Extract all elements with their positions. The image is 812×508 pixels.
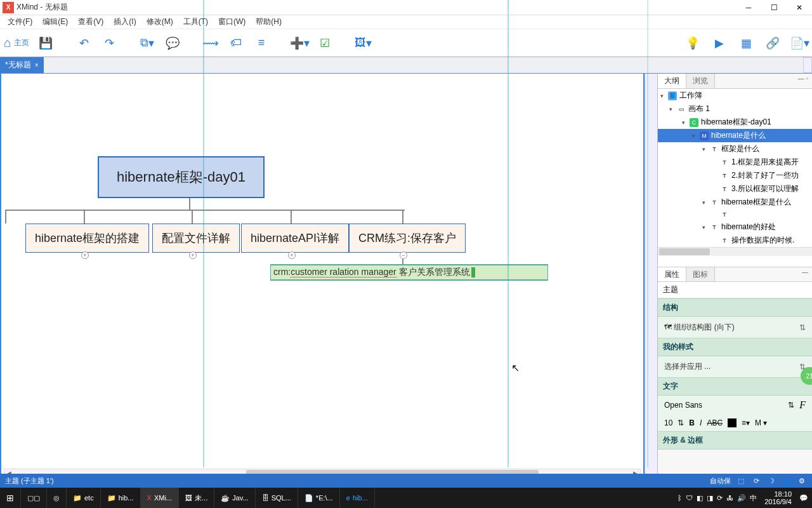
label-button[interactable]: 🏷 bbox=[227, 34, 245, 52]
outline-node-1[interactable]: ▾Mhibernate是什么 bbox=[658, 129, 812, 142]
tray-ime-icon[interactable]: 中 bbox=[750, 493, 757, 503]
font-family-select[interactable]: Open Sans bbox=[664, 401, 783, 410]
outline-workbook[interactable]: ▾📘工作簿 bbox=[658, 89, 812, 102]
outline-tree[interactable]: ▾📘工作簿 ▾▭画布 1 ▾Chibernate框架-day01 ▾Mhiber… bbox=[658, 89, 812, 267]
status-sync-icon[interactable]: ⟳ bbox=[751, 476, 761, 486]
expand-toggle-4[interactable]: − bbox=[400, 251, 407, 259]
expand-toggle-1[interactable]: + bbox=[81, 251, 89, 259]
presentation-button[interactable]: ▶ bbox=[710, 34, 728, 52]
save-button[interactable]: 💾 bbox=[37, 34, 55, 52]
tab-icons[interactable]: 图标 bbox=[686, 267, 715, 281]
tab-properties[interactable]: 属性 bbox=[658, 267, 686, 281]
gantt-button[interactable]: ▦ bbox=[737, 34, 755, 52]
status-cloud-icon[interactable]: ⬚ bbox=[736, 476, 746, 486]
maximize-button[interactable]: ☐ bbox=[761, 0, 787, 15]
summary-button[interactable]: ≡ bbox=[252, 34, 270, 52]
style-select[interactable]: 选择并应用 ... ⇅ bbox=[658, 356, 812, 377]
bold-button[interactable]: B bbox=[689, 418, 695, 427]
close-button[interactable]: ✕ bbox=[787, 0, 812, 15]
child-topic-3[interactable]: hibernateAPI详解 bbox=[241, 224, 349, 253]
expand-toggle-2[interactable]: + bbox=[189, 251, 197, 259]
tab-browse[interactable]: 浏览 bbox=[686, 74, 715, 88]
tray-vol-icon[interactable]: 🔊 bbox=[737, 494, 746, 502]
image-dropdown[interactable]: 🖼 ▾ bbox=[354, 34, 372, 52]
task-unknown[interactable]: 🖼 未... bbox=[179, 488, 214, 508]
canvas[interactable]: hibernate框架-day01 hibernate框架的搭建 + 配置文件详… bbox=[0, 74, 645, 488]
export-dropdown[interactable]: 📄 ▾ bbox=[790, 34, 808, 52]
outline-node-6b[interactable]: T bbox=[658, 209, 812, 220]
outline-node-2[interactable]: ▾T框架是什么 bbox=[658, 142, 812, 156]
menu-view[interactable]: 查看(V) bbox=[73, 15, 108, 29]
note-button[interactable]: 💬 bbox=[164, 34, 181, 52]
cortana-button[interactable]: ◎ bbox=[47, 488, 67, 508]
outline-node-6[interactable]: ▾Thibernate框架是什么 bbox=[658, 196, 812, 209]
menu-help[interactable]: 帮助(H) bbox=[251, 15, 287, 29]
child-topic-4[interactable]: CRM练习:保存客户 bbox=[349, 224, 466, 253]
outline-node-7[interactable]: ▾Thibernate的好处 bbox=[658, 220, 812, 234]
panel-toggle-icon[interactable] bbox=[803, 57, 812, 73]
expand-toggle-3[interactable]: + bbox=[288, 251, 296, 259]
tray-sync-icon[interactable]: ⟳ bbox=[717, 494, 723, 502]
editing-topic[interactable]: crm:customer ralation manager 客户关系管理系统 bbox=[270, 264, 548, 281]
task-java[interactable]: ☕ Jav... bbox=[214, 488, 255, 508]
font-size-select[interactable]: 10 bbox=[664, 418, 672, 427]
outline-central[interactable]: ▾Chibernate框架-day01 bbox=[658, 116, 812, 129]
structure-select[interactable]: 🗺 组织结构图 (向下) ⇅ bbox=[658, 317, 812, 338]
insert-button[interactable]: ➕▾ bbox=[291, 34, 308, 52]
strike-button[interactable]: ABC bbox=[707, 418, 723, 427]
outline-node-5[interactable]: T3.所以框架可以理解 bbox=[658, 182, 812, 196]
idea-button[interactable]: 💡 bbox=[684, 34, 702, 52]
case-button[interactable]: M ▾ bbox=[755, 418, 767, 427]
share-button[interactable]: 🔗 bbox=[764, 34, 782, 52]
taskbar-clock[interactable]: 18:10 2016/9/4 bbox=[761, 490, 796, 505]
italic-button[interactable]: I bbox=[700, 418, 702, 427]
tray-app-icon[interactable]: ◧ bbox=[697, 494, 703, 502]
tab-outline[interactable]: 大纲 bbox=[658, 74, 686, 88]
menu-window[interactable]: 窗口(W) bbox=[213, 15, 251, 29]
root-topic[interactable]: hibernate框架-day01 bbox=[98, 156, 265, 198]
task-hib1[interactable]: 📁 hib... bbox=[101, 488, 141, 508]
status-user-icon[interactable]: 👤 bbox=[782, 476, 792, 486]
sidebar-gutter[interactable] bbox=[645, 74, 657, 488]
outline-node-8[interactable]: T操作数据库的时候. bbox=[658, 234, 812, 247]
tray-shield-icon[interactable]: 🛡 bbox=[686, 494, 693, 502]
props-minimize-icon[interactable]: — bbox=[798, 267, 812, 281]
redo-button[interactable]: ↷ bbox=[100, 34, 118, 52]
child-topic-1[interactable]: hibernate框架的搭建 bbox=[25, 224, 149, 253]
task-button[interactable]: ☑ bbox=[316, 34, 334, 52]
system-tray[interactable]: ᛒ 🛡 ◧ ◨ ⟳ 🖧 🔊 中 18:10 2016/9/4 💬 bbox=[674, 490, 812, 505]
outline-node-3[interactable]: T1.框架是用来提高开 bbox=[658, 156, 812, 169]
tray-bluetooth-icon[interactable]: ᛒ bbox=[678, 494, 682, 502]
menu-edit[interactable]: 编辑(E) bbox=[37, 15, 73, 29]
tray-net-icon[interactable]: 🖧 bbox=[726, 494, 733, 502]
copy-dropdown[interactable]: ⧉▾ bbox=[138, 34, 156, 52]
task-xmind[interactable]: X XMi... bbox=[141, 488, 179, 508]
status-settings-icon[interactable]: ⚙ bbox=[797, 476, 807, 486]
home-button[interactable]: ⌂ 主页 bbox=[4, 34, 29, 52]
menu-file[interactable]: 文件(F) bbox=[3, 15, 37, 29]
outline-sheet[interactable]: ▾▭画布 1 bbox=[658, 102, 812, 116]
notifications-icon[interactable]: 💬 bbox=[799, 494, 808, 502]
outline-scrollbar[interactable] bbox=[658, 247, 812, 256]
panel-minimize-icon[interactable]: — ▫ bbox=[794, 74, 812, 88]
font-color-swatch[interactable] bbox=[728, 418, 737, 427]
taskview-button[interactable]: ▢▢ bbox=[21, 488, 47, 508]
menu-tools[interactable]: 工具(T) bbox=[178, 15, 213, 29]
start-button[interactable]: ⊞ bbox=[0, 488, 21, 508]
tab-close-button[interactable]: × bbox=[35, 62, 39, 69]
font-style-italic-icon[interactable]: F bbox=[799, 399, 806, 411]
task-file[interactable]: 📄 *E:\... bbox=[298, 488, 340, 508]
align-button[interactable]: ≡▾ bbox=[742, 418, 750, 427]
minimize-button[interactable]: ─ bbox=[736, 0, 761, 15]
task-sql[interactable]: 🗄 SQL... bbox=[256, 488, 298, 508]
tray-app2-icon[interactable]: ◨ bbox=[707, 494, 713, 502]
document-tab[interactable]: *无标题 × bbox=[0, 57, 44, 73]
menu-insert[interactable]: 插入(I) bbox=[108, 15, 141, 29]
relationship-button[interactable]: ⟿ bbox=[202, 34, 219, 52]
task-folder[interactable]: 📁 etc bbox=[67, 488, 101, 508]
menu-modify[interactable]: 修改(M) bbox=[141, 15, 178, 29]
status-moon-icon[interactable]: ☽ bbox=[766, 476, 776, 486]
outline-node-4[interactable]: T2.封装了好了一些功 bbox=[658, 169, 812, 182]
child-topic-2[interactable]: 配置文件详解 bbox=[152, 224, 240, 253]
undo-button[interactable]: ↶ bbox=[75, 34, 93, 52]
